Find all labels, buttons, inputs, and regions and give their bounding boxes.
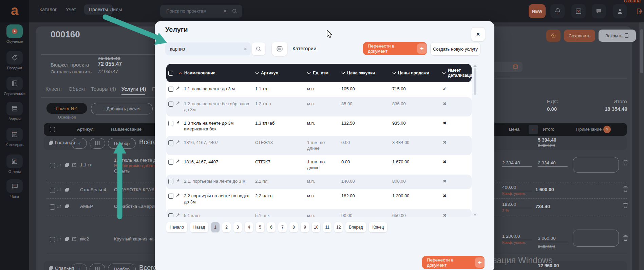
close-project-button[interactable]: Закрыть: [599, 30, 636, 42]
price-field[interactable]: 400.00: [502, 185, 532, 191]
clear-search-icon[interactable]: ×: [240, 42, 250, 55]
add-item-button[interactable]: +: [71, 138, 87, 149]
modal-close-button[interactable]: ×: [471, 27, 485, 41]
row-checkbox[interactable]: [168, 194, 173, 199]
calc-tab[interactable]: Расчет №1: [46, 103, 87, 114]
col-artikul[interactable]: Артикул: [255, 71, 307, 75]
app-logo[interactable]: a: [0, 0, 29, 22]
page-scrollbar[interactable]: [639, 22, 644, 270]
pin-icon[interactable]: [176, 178, 184, 183]
page-button-8[interactable]: 8: [289, 222, 298, 232]
search-clear-icon[interactable]: ×: [223, 8, 226, 14]
col-sale-price[interactable]: Цены продажи: [392, 71, 442, 75]
row-checkbox[interactable]: [168, 140, 173, 145]
page-button-6[interactable]: 6: [267, 222, 276, 232]
barcode-button[interactable]: [90, 264, 105, 270]
page-last-button[interactable]: Конец: [369, 222, 387, 232]
page-button-9[interactable]: 9: [301, 222, 309, 232]
page-button-12[interactable]: 12: [334, 222, 343, 232]
scrollbar-thumb[interactable]: [640, 29, 643, 73]
col-total[interactable]: Итого: [543, 127, 554, 132]
service-row[interactable]: 1.2 тюль на ленте без обр. низа до 3м1.2…: [166, 97, 472, 116]
transfer-to-document-bottom-button[interactable]: Перенести в документ +: [422, 256, 485, 269]
row-checkbox[interactable]: [168, 102, 173, 107]
search-button[interactable]: [252, 42, 265, 55]
help-icon[interactable]: ?: [603, 126, 611, 133]
note-textarea[interactable]: [573, 157, 619, 173]
row-checkbox[interactable]: [168, 87, 173, 92]
pin-icon[interactable]: [176, 213, 184, 217]
service-search-input[interactable]: карниз: [165, 42, 251, 55]
row-checkbox[interactable]: [50, 237, 55, 242]
trash-icon[interactable]: [623, 186, 628, 192]
service-row[interactable]: 1.1 тюль на ленте до 3 м1.1 тлм.п.105.00…: [166, 82, 472, 97]
sidebar-item-calendar[interactable]: Календарь: [0, 128, 29, 147]
new-badge[interactable]: NEW: [529, 4, 546, 18]
total-field[interactable]: 2 334.40: [538, 160, 568, 167]
podbor-button[interactable]: Подбор: [108, 264, 136, 270]
page-button-10[interactable]: 10: [312, 222, 320, 232]
pin-icon[interactable]: [176, 86, 184, 90]
row-checkbox[interactable]: [50, 163, 55, 168]
trash-icon[interactable]: [623, 202, 628, 208]
copy-icon[interactable]: [65, 237, 69, 241]
col-artikul[interactable]: Артикул: [77, 127, 93, 132]
nav-catalog[interactable]: Каталог: [39, 7, 57, 12]
collapse-arrow-icon[interactable]: ←: [529, 125, 538, 134]
price-field[interactable]: 2 334.40: [502, 160, 532, 167]
page-button-5[interactable]: 5: [256, 222, 264, 232]
reorder-icon[interactable]: ↓↑: [57, 203, 61, 209]
col-price[interactable]: Цена: [509, 127, 519, 132]
price-field[interactable]: 1 200.00: [502, 234, 532, 240]
scrollbar-thumb[interactable]: [474, 68, 476, 95]
pin-icon[interactable]: [176, 140, 184, 144]
logout-button[interactable]: [632, 4, 644, 18]
trash-icon[interactable]: [623, 160, 628, 165]
col-name[interactable]: Наименование: [178, 71, 255, 75]
search-icon[interactable]: [232, 8, 237, 14]
sidebar-item-tasks[interactable]: Задачи: [0, 102, 29, 121]
sidebar-item-sales[interactable]: Продажи: [0, 51, 29, 70]
edit-icon[interactable]: [72, 163, 77, 167]
service-row[interactable]: 2.2 портьеры на ленте на подкл до 3м2.2 …: [166, 189, 472, 209]
user-name[interactable]: Оксана: [624, 0, 641, 3]
copy-icon[interactable]: [65, 204, 69, 209]
select-all-checkbox[interactable]: [50, 127, 55, 132]
nav-accounting[interactable]: Учет: [66, 7, 76, 12]
col-name[interactable]: Наименование: [111, 127, 141, 132]
page-button-2[interactable]: 2: [222, 222, 231, 232]
page-first-button[interactable]: Начало: [166, 222, 187, 232]
tab-services[interactable]: Услуги (4): [121, 86, 146, 92]
tab-object[interactable]: Объект: [69, 86, 86, 92]
project-search-input[interactable]: Поиск по проектам: [160, 5, 242, 18]
col-purchase-price[interactable]: Цена закупки: [341, 71, 392, 75]
page-next-button[interactable]: Вперед: [345, 222, 366, 232]
reorder-icon[interactable]: ↓↑: [57, 236, 61, 241]
settings-button[interactable]: [546, 30, 561, 42]
tab-client[interactable]: Клиент: [45, 86, 62, 92]
reorder-icon[interactable]: ↓↑: [57, 162, 61, 167]
service-row[interactable]: 1.3 тюль на ленте до 3м американка бок1.…: [166, 116, 472, 136]
nav-projects[interactable]: Проекты: [84, 4, 113, 15]
create-service-button[interactable]: Создать новую услугу: [430, 42, 480, 56]
price-field[interactable]: 183.60: [502, 202, 532, 208]
edit-icon[interactable]: [72, 237, 77, 241]
service-row[interactable]: 5.1 кант5.1. д.км.п.90.00650.00✖: [166, 209, 472, 217]
trash-icon[interactable]: [623, 235, 628, 241]
page-button-4[interactable]: 4: [245, 222, 253, 232]
add-item-button[interactable]: +: [71, 264, 87, 270]
table-scrollbar[interactable]: [473, 64, 477, 217]
notifications-button[interactable]: [550, 4, 565, 18]
hide-link[interactable]: Скрыть: [114, 168, 130, 174]
row-checkbox[interactable]: [50, 204, 55, 210]
sidebar-item-directories[interactable]: Справочники: [0, 77, 29, 96]
copy-icon[interactable]: [65, 163, 69, 167]
page-prev-button[interactable]: Назад: [190, 222, 208, 232]
copy-icon[interactable]: [49, 266, 53, 270]
page-button-1[interactable]: 1: [211, 222, 220, 232]
service-row[interactable]: 1816, 4167, 4407СТЕЖ71 п.м. по длине0.00…: [166, 155, 472, 175]
service-row[interactable]: 1816, 4167, 4407СТЕЖ131 п.м. по длине0.0…: [166, 136, 472, 155]
podbor-button[interactable]: Подбор: [108, 138, 136, 149]
tab-goods[interactable]: Товары (4): [91, 86, 116, 92]
row-checkbox[interactable]: [168, 160, 173, 165]
